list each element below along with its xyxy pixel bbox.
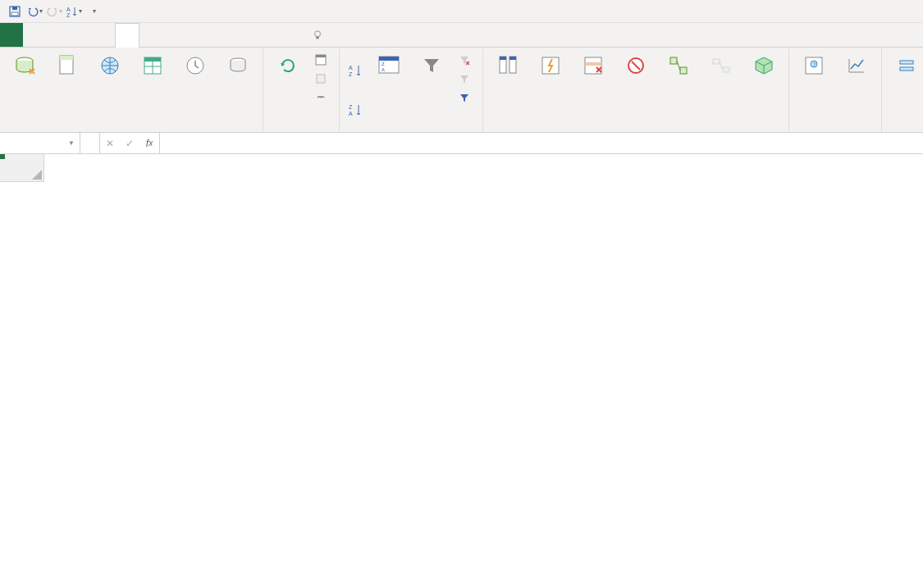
relationships-button <box>701 51 741 129</box>
name-box-dropdown[interactable]: ▼ <box>68 139 75 147</box>
tab-layout[interactable] <box>69 23 92 47</box>
svg-rect-36 <box>713 59 720 64</box>
sort-asc-icon: AZ <box>348 63 363 78</box>
group-sort-filter: AZ ZA ZA <box>340 48 483 132</box>
tab-help[interactable] <box>208 23 231 47</box>
text-to-columns-button[interactable] <box>488 51 528 129</box>
workbook-links-button[interactable] <box>311 89 334 107</box>
validation-icon <box>626 56 646 75</box>
svg-rect-16 <box>316 55 326 57</box>
recent-sources-button[interactable] <box>176 51 215 129</box>
svg-text:Z: Z <box>349 104 353 110</box>
tab-insert[interactable] <box>46 23 69 47</box>
svg-text:Z: Z <box>349 71 353 77</box>
from-web-button[interactable] <box>90 51 130 129</box>
quick-access-toolbar: ▾ ▾ AZ ▾ ▾ <box>0 0 923 23</box>
table-icon <box>143 56 162 75</box>
reapply-button <box>455 70 477 88</box>
from-table-button[interactable] <box>133 51 172 129</box>
svg-rect-23 <box>379 57 399 61</box>
tab-developer[interactable] <box>185 23 208 47</box>
tab-formula[interactable] <box>92 23 115 47</box>
svg-text:A: A <box>349 65 353 71</box>
redo-button[interactable]: ▾ <box>44 2 64 21</box>
svg-rect-37 <box>723 67 729 72</box>
sort-qat-button[interactable]: AZ ▾ <box>64 2 84 21</box>
save-icon <box>8 5 21 18</box>
qat-customize[interactable]: ▾ <box>84 2 103 21</box>
data-model-button[interactable] <box>744 51 784 129</box>
get-data-icon <box>13 54 36 77</box>
svg-text:?: ? <box>812 61 816 68</box>
tell-me[interactable] <box>300 23 338 47</box>
svg-rect-9 <box>60 56 73 60</box>
group-forecast: ? <box>789 48 882 132</box>
sort-desc-icon: ZA <box>348 103 363 117</box>
tab-view[interactable] <box>162 23 185 47</box>
consolidate-button[interactable] <box>659 51 698 129</box>
split-icon <box>498 55 518 76</box>
group-label <box>5 129 258 130</box>
group-label <box>887 129 923 130</box>
filter-button[interactable] <box>412 51 451 129</box>
group-label <box>794 129 876 130</box>
group-label <box>488 129 784 130</box>
get-data-button[interactable] <box>5 51 44 129</box>
model-icon <box>754 56 774 75</box>
fill-handle[interactable] <box>0 154 5 159</box>
queries-connections-button[interactable] <box>311 51 334 69</box>
clear-icon <box>459 54 470 66</box>
links-icon <box>315 92 327 103</box>
tab-baidu[interactable] <box>277 23 300 47</box>
name-box-input[interactable] <box>5 138 54 149</box>
worksheet[interactable] <box>0 154 923 585</box>
select-all-corner[interactable] <box>0 154 44 182</box>
qc-icon <box>315 54 327 66</box>
svg-rect-35 <box>680 67 687 74</box>
svg-rect-32 <box>585 62 601 66</box>
flash-fill-button[interactable] <box>531 51 570 129</box>
sort-az-icon: AZ <box>66 6 78 17</box>
group-button[interactable] <box>887 51 923 129</box>
advanced-filter-button[interactable] <box>455 89 477 107</box>
svg-text:Z: Z <box>66 12 71 17</box>
whatif-icon: ? <box>804 56 824 75</box>
refresh-icon <box>277 55 299 76</box>
cancel-formula-button[interactable]: ✕ <box>103 137 117 150</box>
svg-text:A: A <box>382 67 385 72</box>
sort-icon: ZA <box>377 55 400 76</box>
tab-review[interactable] <box>139 23 162 47</box>
undo-icon <box>27 6 39 17</box>
sort-desc-button[interactable]: ZA <box>345 101 366 119</box>
data-validation-button[interactable] <box>616 51 656 129</box>
sort-button[interactable]: ZA <box>369 51 409 129</box>
undo-button[interactable]: ▾ <box>25 2 44 21</box>
refresh-all-button[interactable] <box>268 51 308 129</box>
insert-function-button[interactable]: fx <box>143 137 156 150</box>
properties-button <box>311 70 334 88</box>
sort-asc-button[interactable]: AZ <box>345 62 366 80</box>
tab-data[interactable] <box>115 23 139 48</box>
remove-duplicates-button[interactable] <box>573 51 613 129</box>
ribbon: AZ ZA ZA ? <box>0 48 923 133</box>
svg-rect-34 <box>670 57 677 64</box>
from-csv-button[interactable] <box>48 51 87 129</box>
dedup-icon <box>583 56 603 75</box>
svg-rect-1 <box>12 7 17 10</box>
formula-input[interactable] <box>160 133 923 153</box>
name-box[interactable]: ▼ <box>0 133 80 153</box>
save-button[interactable] <box>5 2 25 21</box>
tab-eyb[interactable] <box>231 23 254 47</box>
advanced-icon <box>459 92 470 103</box>
connections-icon <box>227 55 249 76</box>
tab-powerpivot[interactable] <box>254 23 277 47</box>
enter-formula-button[interactable]: ✓ <box>123 137 136 150</box>
svg-rect-29 <box>509 57 516 60</box>
lightbulb-icon <box>312 30 323 41</box>
ribbon-tabs <box>0 23 923 48</box>
tab-file[interactable] <box>0 23 23 47</box>
what-if-button[interactable]: ? <box>794 51 834 129</box>
forecast-sheet-button[interactable] <box>837 51 876 129</box>
tab-home[interactable] <box>23 23 46 47</box>
existing-connections-button[interactable] <box>218 51 258 129</box>
